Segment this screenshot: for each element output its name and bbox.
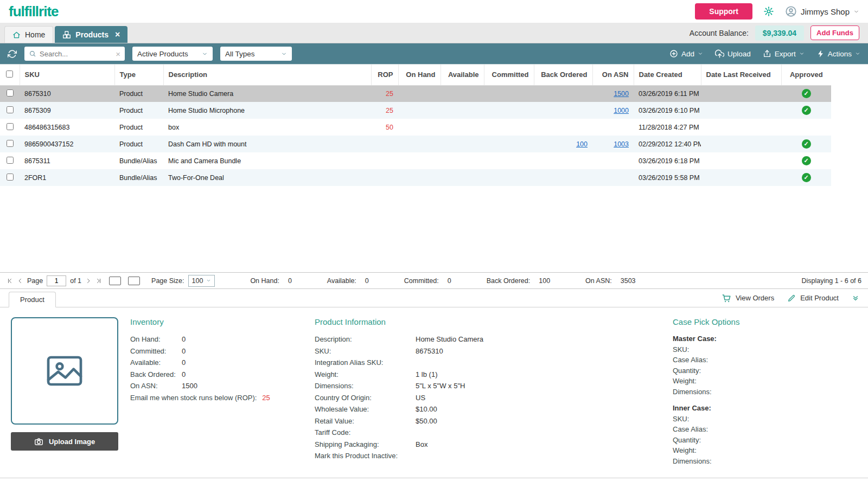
chevron-down-icon [698,51,703,56]
table-row[interactable]: 8675310 Product Home Studio Camera 25 15… [0,85,831,102]
clear-search-icon[interactable]: × [116,49,120,59]
upload-button-label: Upload [727,50,751,58]
export-button[interactable]: Export [763,49,805,58]
cell-type: Product [114,85,163,102]
col-approved[interactable]: Approved [781,65,831,85]
inventory-label: Back Ordered: [130,369,182,381]
split-view-toggle-icon[interactable] [109,277,121,285]
cell-description: Home Studio Camera [163,85,371,102]
col-description[interactable]: Description [163,65,371,85]
user-menu[interactable]: Jimmys Shop [785,5,859,17]
approved-check-icon: ✓ [802,89,811,98]
case-field-label: Case Alias: [673,424,857,435]
pi-value: Home Studio Camera [416,333,483,345]
edit-product-button[interactable]: Edit Product [787,294,839,303]
chevron-down-icon [202,51,208,57]
gear-icon[interactable] [763,6,774,17]
search-input[interactable] [40,50,112,58]
col-on-hand[interactable]: On Hand [398,65,441,85]
col-committed[interactable]: Committed [484,65,534,85]
pi-label: Shipping Packaging: [315,439,416,451]
cell-date-last-received [701,152,781,169]
col-sku[interactable]: SKU [20,65,114,85]
add-funds-button[interactable]: Add Funds [810,25,859,40]
col-rop[interactable]: ROP [371,65,398,85]
table-row[interactable]: 486486315683 Product box 50 11/28/2018 4… [0,119,831,136]
tab-bar: Home Products × Account Balance: $9,339.… [0,23,868,43]
page-input[interactable] [47,275,66,286]
on-asn-link[interactable]: 1500 [614,90,629,98]
upload-image-button[interactable]: Upload Image [11,432,118,451]
product-image-placeholder [11,317,118,425]
first-page-icon[interactable] [7,278,13,284]
table-row[interactable]: 9865900437152 Product Dash Cam HD with m… [0,136,831,152]
cell-committed [484,152,534,169]
page-size-label: Page Size: [151,277,184,285]
back-ordered-link[interactable]: 100 [576,140,588,148]
row-checkbox[interactable] [7,123,14,130]
col-available[interactable]: Available [441,65,484,85]
col-date-last-received[interactable]: Date Last Received [701,65,781,85]
last-page-icon[interactable] [95,278,102,284]
table-row[interactable]: 8675311 Bundle/Alias Mic and Camera Bund… [0,152,831,169]
full-view-toggle-icon[interactable] [128,277,140,285]
prev-page-icon[interactable] [17,278,23,284]
product-information-title: Product Information [315,317,673,326]
products-toolbar: × Active Products All Types Add Upload E… [0,43,868,64]
page-size-value: 100 [192,277,203,285]
on-asn-link[interactable]: 1003 [614,140,629,148]
col-date-created[interactable]: Date Created [634,65,701,85]
pi-value: $50.00 [416,415,437,427]
cell-type: Product [114,136,163,152]
col-back-ordered[interactable]: Back Ordered [534,65,592,85]
pagination-bar: Page of 1 Page Size: 100 On Hand:0 Avail… [0,272,868,289]
approved-check-icon: ✓ [802,156,811,165]
collapse-panel-icon[interactable] [852,294,859,302]
case-field-label: Case Alias: [673,355,857,365]
inventory-value: 0 [182,333,186,345]
actions-button[interactable]: Actions [816,50,860,58]
close-tab-icon[interactable]: × [115,30,120,39]
pi-value: US [416,392,425,404]
summary-on-hand: On Hand:0 [250,277,291,285]
pi-label: Weight: [315,369,416,381]
case-field-label: Quantity: [673,435,857,446]
row-checkbox[interactable] [7,174,14,181]
support-button[interactable]: Support [695,3,752,20]
table-row[interactable]: 8675309 Product Home Studio Microphone 2… [0,102,831,119]
bottom-strip [0,478,868,488]
pi-value: Box [416,439,427,451]
cell-committed [484,119,534,136]
tab-home[interactable]: Home [4,26,53,43]
export-button-label: Export [775,50,796,58]
view-orders-button[interactable]: View Orders [722,293,774,303]
cell-date-created: 03/26/2019 5:58 PM [634,169,701,186]
refresh-icon[interactable] [8,49,17,59]
chevron-down-icon [853,9,859,15]
row-checkbox[interactable] [7,106,14,113]
upload-button[interactable]: Upload [715,49,751,59]
status-filter-select[interactable]: Active Products [132,47,213,61]
page-size-select[interactable]: 100 [188,275,215,287]
next-page-icon[interactable] [85,278,92,284]
cell-available [441,85,484,102]
table-row[interactable]: 2FOR1 Bundle/Alias Two-For-One Deal 03/2… [0,169,831,186]
select-all-checkbox[interactable] [6,70,13,78]
tab-products[interactable]: Products × [55,26,127,43]
row-checkbox[interactable] [7,140,14,147]
tab-product-detail[interactable]: Product [9,292,56,307]
inner-case-header: Inner Case: [673,403,857,414]
inventory-label: Committed: [130,345,182,357]
row-checkbox[interactable] [7,157,14,164]
add-button[interactable]: Add [669,49,703,58]
account-balance-value: $9,339.04 [755,25,804,41]
top-bar: fulfillrite Support Jimmys Shop [0,0,868,23]
on-asn-link[interactable]: 1000 [614,107,629,114]
products-icon [62,30,71,39]
col-type[interactable]: Type [114,65,163,85]
col-on-asn[interactable]: On ASN [592,65,634,85]
approved-check-icon: ✓ [802,139,811,149]
row-checkbox[interactable] [7,89,14,97]
pencil-icon [787,294,796,303]
type-filter-select[interactable]: All Types [220,47,292,61]
